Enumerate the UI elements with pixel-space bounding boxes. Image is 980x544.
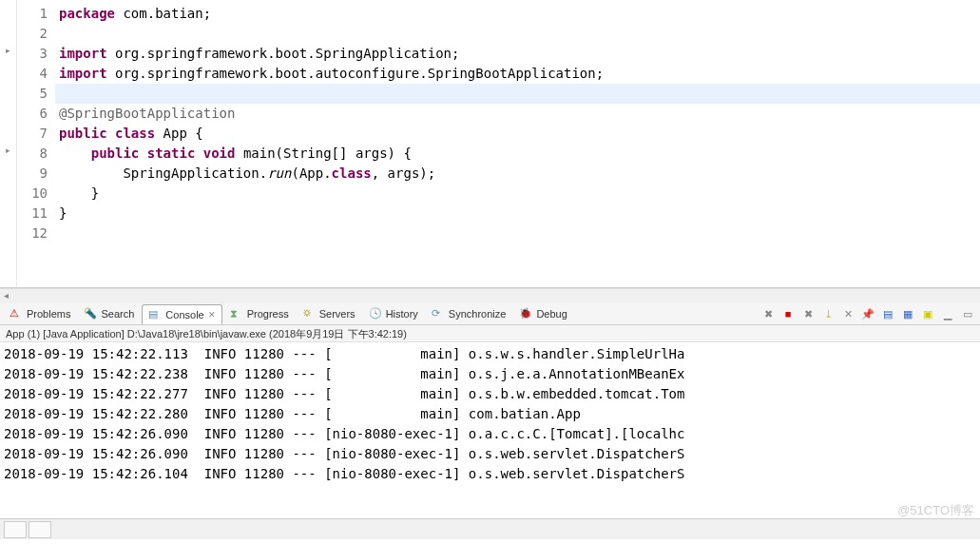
code-line[interactable]: public static void main(String[] args) { [55,144,980,164]
marker-empty [0,0,16,20]
console-log-line: 2018-09-19 15:42:26.090 INFO 11280 --- [… [4,444,976,464]
tab-label: Servers [319,308,355,320]
marker-empty [0,180,16,200]
tab-synchronize[interactable]: ⟳Synchronize [426,305,512,322]
marker-empty [0,160,16,180]
synchronize-icon: ⟳ [432,307,445,321]
terminate-icon[interactable]: ■ [779,305,797,322]
tab-label: Problems [27,308,70,320]
tab-label: Console [165,309,203,321]
watermark: @51CTO博客 [897,502,974,519]
code-line[interactable]: @SpringBootApplication [55,104,980,124]
marker-empty [0,20,16,40]
line-number: 3 [17,44,48,64]
servers-icon: ⛭ [302,307,316,321]
code-line[interactable]: } [55,204,980,223]
clear-console-icon[interactable]: ✕ [839,305,856,322]
status-button-2[interactable] [29,521,51,538]
code-line[interactable]: package com.batian; [55,4,980,24]
tab-label: History [386,308,418,320]
code-line[interactable]: public class App { [55,124,980,144]
console-log-line: 2018-09-19 15:42:22.113 INFO 11280 --- [… [4,344,976,364]
line-number: 9 [17,164,48,184]
views-tab-bar: ⚠Problems🔦Search▤Console ✕⧗Progress⛭Serv… [0,303,980,325]
history-icon: 🕓 [369,307,382,321]
console-toolbar: ✖■✖⤓✕📌▤▦▣▁▭ [759,305,976,322]
line-number: 1 [17,4,48,24]
console-log-line: 2018-09-19 15:42:22.280 INFO 11280 --- [… [4,404,976,424]
tab-history[interactable]: 🕓History [363,305,424,322]
pin-console-icon[interactable]: 📌 [859,305,876,322]
line-number: 2 [17,24,48,44]
maximize-icon[interactable]: ▭ [959,305,976,322]
code-line[interactable]: import org.springframework.boot.autoconf… [55,64,980,84]
code-content[interactable]: package com.batian;import org.springfram… [55,0,980,287]
line-number: 8 [17,144,48,164]
console-output[interactable]: 2018-09-19 15:42:22.113 INFO 11280 --- [… [0,342,980,518]
code-line[interactable]: SpringApplication.run(App.class, args); [55,164,980,184]
display-selected-icon[interactable]: ▤ [879,305,896,322]
scroll-lock-icon[interactable]: ⤓ [819,305,836,322]
marker-empty [0,120,16,140]
line-number: 5 [17,84,48,104]
code-line[interactable] [55,84,980,104]
code-line[interactable]: } [55,184,980,204]
line-number: 11 [17,204,48,223]
line-number: 10 [17,184,48,204]
console-log-line: 2018-09-19 15:42:22.238 INFO 11280 --- [… [4,364,976,384]
problems-icon: ⚠ [10,307,23,321]
console-icon: ▤ [148,308,162,321]
tab-label: Synchronize [449,308,507,320]
tab-debug[interactable]: 🐞Debug [513,305,572,322]
marker-empty [0,220,16,240]
tab-label: Progress [247,308,289,320]
debug-icon: 🐞 [519,307,532,321]
tab-servers[interactable]: ⛭Servers [297,305,361,322]
tab-problems[interactable]: ⚠Problems [4,305,76,322]
tab-search[interactable]: 🔦Search [78,305,140,322]
code-editor[interactable]: 123456789101112 package com.batian;impor… [0,0,980,288]
show-console-icon[interactable]: ▦ [899,305,916,322]
marker-empty [0,200,16,220]
marker-empty [0,100,16,120]
marker-empty [0,60,16,80]
line-number: 4 [17,64,48,84]
console-log-line: 2018-09-19 15:42:26.090 INFO 11280 --- [… [4,424,976,444]
open-console-icon[interactable]: ▣ [919,305,936,322]
progress-icon: ⧗ [230,307,243,321]
console-log-line: 2018-09-19 15:42:26.104 INFO 11280 --- [… [4,464,976,484]
code-line[interactable]: import org.springframework.boot.SpringAp… [55,44,980,64]
marker-column [0,0,17,287]
fold-arrow-icon[interactable] [0,140,16,160]
tab-progress[interactable]: ⧗Progress [224,305,295,322]
minimize-icon[interactable]: ▁ [939,305,956,322]
search-icon: 🔦 [84,307,97,321]
remove-all-icon[interactable]: ✖ [799,305,817,322]
console-process-header: App (1) [Java Application] D:\Java18\jre… [0,325,980,342]
line-number-gutter: 123456789101112 [17,0,55,287]
marker-empty [0,80,16,100]
remove-launch-icon[interactable]: ✖ [759,305,777,322]
tab-console[interactable]: ▤Console ✕ [142,304,221,324]
code-line[interactable] [55,223,980,243]
code-line[interactable] [55,24,980,44]
line-number: 12 [17,223,48,243]
fold-arrow-icon[interactable] [0,40,16,60]
line-number: 7 [17,124,48,144]
status-button-1[interactable] [4,521,27,538]
tab-label: Debug [536,308,567,320]
editor-horizontal-scrollbar[interactable] [0,288,980,303]
console-log-line: 2018-09-19 15:42:22.277 INFO 11280 --- [… [4,384,976,404]
tab-label: Search [101,308,134,320]
close-tab-icon[interactable]: ✕ [208,310,216,320]
line-number: 6 [17,104,48,124]
status-bar [0,518,980,539]
